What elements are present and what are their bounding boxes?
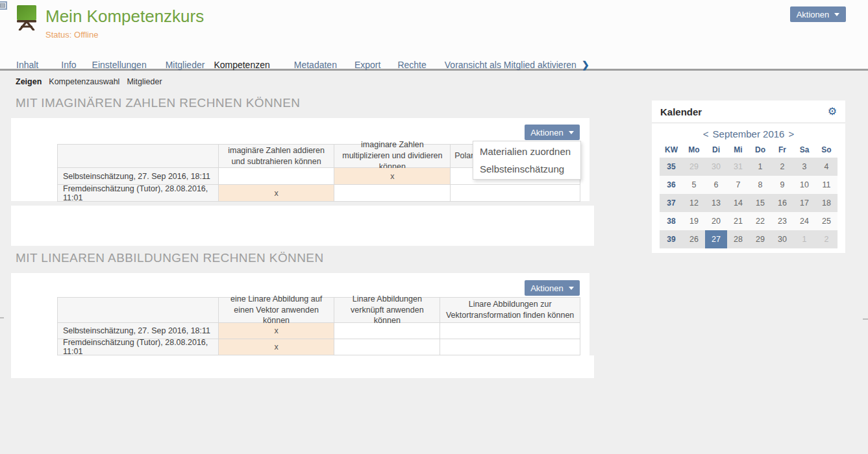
competency-table-2: eine Linare Abbildung auf einen Vektor a… <box>57 297 580 355</box>
calendar-panel: Kalender ⚙ < September 2016 > KW Mo Di M… <box>652 101 845 253</box>
page: Mein Kompetenzkurs Status: Offline Aktio… <box>0 0 868 454</box>
page-edge-divider <box>0 317 4 318</box>
calendar-prev-month[interactable]: < <box>703 128 709 139</box>
calendar-day[interactable]: 26 <box>683 230 705 248</box>
subtab-zeigen[interactable]: Zeigen <box>16 77 42 86</box>
calendar-day[interactable]: 20 <box>705 212 727 230</box>
tab-metadaten[interactable]: Metadaten <box>294 60 337 70</box>
calendar-day[interactable]: 25 <box>815 212 837 230</box>
column-header: imaginare Zahlen multiplizieren und divi… <box>334 145 451 168</box>
calendar-day[interactable]: 2 <box>815 230 837 248</box>
header-actions-button[interactable]: Aktionen <box>790 6 846 22</box>
calendar-day[interactable]: 22 <box>749 212 771 230</box>
competency-cell: x <box>219 339 335 355</box>
column-header: Linare Abbildungen verknüpft anwenden kö… <box>334 298 440 323</box>
competency-cell <box>451 185 580 202</box>
calendar-next-month[interactable]: > <box>788 128 794 139</box>
menu-item-materialien-zuordnen[interactable]: Materialien zuordnen <box>473 143 580 160</box>
calendar-day[interactable]: 9 <box>771 176 793 194</box>
calendar-day[interactable]: 14 <box>727 194 749 212</box>
calendar-day[interactable]: 2 <box>771 158 793 176</box>
gear-icon[interactable]: ⚙ <box>828 105 837 117</box>
calendar-week-row: 36 5 6 7 8 9 10 11 <box>660 176 837 194</box>
competency-cell <box>334 185 451 202</box>
actions-dropdown-menu: Materialien zuordnen Selbsteinschätzung <box>473 141 581 180</box>
assessment-label: Selbsteinschätzung, 27. Sep 2016, 18:11 <box>58 168 219 185</box>
calendar-day[interactable]: 12 <box>683 194 705 212</box>
calendar-day[interactable]: 24 <box>793 212 815 230</box>
column-header: Linare Abbildungen zur Vektortransformat… <box>440 298 580 323</box>
week-number[interactable]: 37 <box>660 198 683 208</box>
calendar-day[interactable]: 11 <box>815 176 837 194</box>
assessment-label: Fremdeinschätzung (Tutor), 28.08.2016, 1… <box>58 185 219 202</box>
column-header: eine Linare Abbildung auf einen Vektor a… <box>219 298 335 323</box>
main-tabs: Inhalt Info Einstellungen Mitglieder Kom… <box>16 60 589 70</box>
table-row: Fremdeinschätzung (Tutor), 28.08.2016, 1… <box>58 339 580 355</box>
calendar-day[interactable]: 18 <box>815 194 837 212</box>
tab-mitglieder[interactable]: Mitglieder <box>166 60 205 70</box>
subtab-mitglieder[interactable]: Mitglieder <box>127 77 162 86</box>
page-edge-divider <box>863 318 868 320</box>
page-title: Mein Kompetenzkurs <box>45 6 204 27</box>
calendar-week-row: 38 19 20 21 22 23 24 25 <box>660 212 837 230</box>
calendar-day[interactable]: 13 <box>705 194 727 212</box>
tab-einstellungen[interactable]: Einstellungen <box>92 60 147 70</box>
week-number[interactable]: 39 <box>660 235 683 244</box>
calendar-day[interactable]: 30 <box>705 158 727 176</box>
sub-tabs: Zeigen Kompetenzauswahl Mitglieder <box>16 77 162 86</box>
calendar-weekday-header: KW Mo Di Mi Do Fr Sa So <box>660 142 837 158</box>
course-easel-icon <box>16 5 38 33</box>
tab-export[interactable]: Export <box>354 60 380 70</box>
section2-actions-button[interactable]: Aktionen <box>525 280 580 296</box>
table-row: Selbsteinschätzung, 27. Sep 2016, 18:11 … <box>58 323 580 339</box>
calendar-day[interactable]: 16 <box>771 194 793 212</box>
assessment-label: Selbsteinschätzung, 27. Sep 2016, 18:11 <box>58 323 219 339</box>
calendar-day[interactable]: 7 <box>727 176 749 194</box>
table-header-row: eine Linare Abbildung auf einen Vektor a… <box>58 298 580 323</box>
calendar-day[interactable]: 6 <box>705 176 727 194</box>
section-panel-footer <box>11 355 594 378</box>
calendar-week-row: 37 12 13 14 15 16 17 18 <box>660 194 837 212</box>
calendar-day[interactable]: 17 <box>793 194 815 212</box>
calendar-day[interactable]: 29 <box>749 230 771 248</box>
header: Mein Kompetenzkurs Status: Offline Aktio… <box>0 0 868 71</box>
calendar-day[interactable]: 28 <box>727 230 749 248</box>
section-title-imaginaere-zahlen: MIT IMAGINÄREN ZAHLEN RECHNEN KÖNNEN <box>16 96 300 110</box>
subtab-kompetenzauswahl[interactable]: Kompetenzauswahl <box>49 77 119 86</box>
assessment-label: Fremdeinschätzung (Tutor), 28.08.2016, 1… <box>58 339 219 355</box>
calendar-month-nav: < September 2016 > <box>652 125 845 142</box>
section-panel-footer <box>11 206 594 246</box>
menu-item-selbsteinschaetzung[interactable]: Selbsteinschätzung <box>473 160 580 178</box>
calendar-day[interactable]: 1 <box>793 230 815 248</box>
tree-view-toggle-icon[interactable] <box>0 1 7 10</box>
calendar-day[interactable]: 10 <box>793 176 815 194</box>
tab-kompetenzen[interactable]: Kompetenzen <box>214 60 269 70</box>
calendar-day[interactable]: 29 <box>683 158 705 176</box>
calendar-day[interactable]: 8 <box>749 176 771 194</box>
table-row: Fremdeinschätzung (Tutor), 28.08.2016, 1… <box>58 185 580 202</box>
tab-member-preview[interactable]: Voransicht als Mitglied aktivieren ❯ <box>445 60 589 70</box>
competency-cell: x <box>334 168 451 185</box>
calendar-day[interactable]: 1 <box>749 158 771 176</box>
calendar-day[interactable]: 3 <box>793 158 815 176</box>
tab-inhalt[interactable]: Inhalt <box>16 60 38 70</box>
calendar-day[interactable]: 5 <box>683 176 705 194</box>
calendar-month-label[interactable]: September 2016 <box>713 128 785 139</box>
week-number[interactable]: 36 <box>660 180 683 189</box>
week-number[interactable]: 35 <box>660 162 683 171</box>
week-number[interactable]: 38 <box>660 217 683 226</box>
competency-cell <box>440 323 580 339</box>
calendar-day[interactable]: 19 <box>683 212 705 230</box>
calendar-day[interactable]: 4 <box>815 158 837 176</box>
calendar-day[interactable]: 23 <box>771 212 793 230</box>
calendar-day[interactable]: 31 <box>727 158 749 176</box>
calendar-day[interactable]: 21 <box>727 212 749 230</box>
competency-cell <box>334 323 440 339</box>
competency-cell: x <box>219 323 335 339</box>
section1-actions-button[interactable]: Aktionen <box>525 125 580 140</box>
calendar-day[interactable]: 30 <box>771 230 793 248</box>
calendar-day[interactable]: 15 <box>749 194 771 212</box>
calendar-day-selected[interactable]: 27 <box>705 230 727 248</box>
tab-rechte[interactable]: Rechte <box>397 60 426 70</box>
tab-info[interactable]: Info <box>61 60 76 70</box>
